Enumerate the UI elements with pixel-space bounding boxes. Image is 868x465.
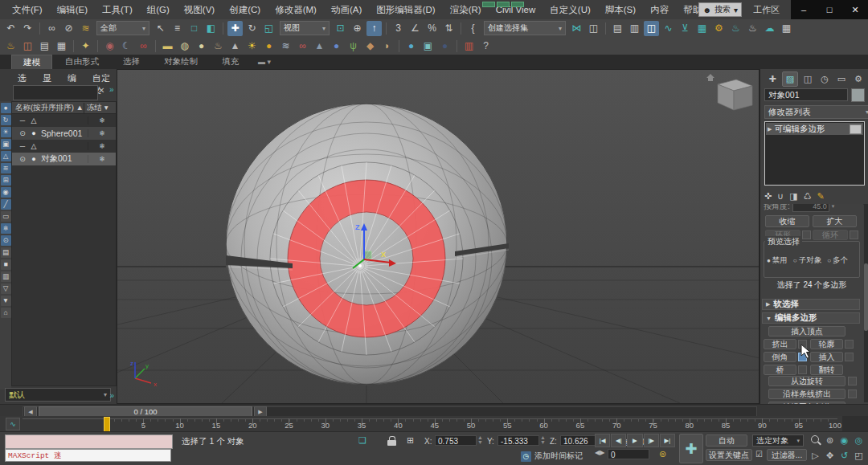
search-box[interactable]: ☻ 搜索 ▾ (698, 2, 742, 17)
go-to-start-button[interactable]: |◀ (595, 434, 610, 447)
set-keys-button[interactable]: ✚ (679, 434, 703, 463)
moon-icon[interactable]: ☾ (119, 39, 134, 54)
menu-item-11[interactable]: 自定义(U) (542, 1, 597, 19)
filter-hidden-icon[interactable]: ⊙ (1, 235, 11, 246)
preview-option-0[interactable]: ●禁用 (767, 255, 788, 266)
menu-item-4[interactable]: 视图(V) (177, 1, 222, 19)
camera-icon[interactable]: ◉ (102, 39, 117, 54)
table-row[interactable]: ⊙●Sphere001❄ (12, 127, 116, 140)
rain-icon[interactable]: ≋ (278, 39, 293, 54)
zoom-all-icon[interactable]: ⊚ (823, 434, 837, 447)
select-and-rotate-icon[interactable]: ↻ (244, 21, 260, 36)
schematic-view-icon[interactable]: ⊻ (678, 21, 693, 36)
table-view-icon[interactable]: ▦ (54, 39, 69, 54)
frozen-icon[interactable]: ❄ (88, 142, 116, 150)
explorer-search-input[interactable] (13, 85, 98, 100)
edit-polygons-rollout-header[interactable]: ▼编辑多边形 (762, 312, 860, 324)
field-of-view-icon[interactable]: ▷ (809, 449, 822, 463)
absolute-offset-mode-icon[interactable]: ⊞ (407, 435, 414, 446)
go-to-end-button[interactable]: ▶| (660, 434, 675, 447)
undo-icon[interactable]: ↶ (3, 21, 18, 36)
select-and-manipulate-icon[interactable]: ⊕ (350, 21, 365, 36)
cone-primitive-icon[interactable]: ▲ (227, 39, 243, 54)
configure-modifier-sets-icon[interactable]: ✎ (817, 191, 825, 202)
minimize-button[interactable]: – (796, 5, 812, 14)
extrude-along-spline-button[interactable]: 沿样条线挤出 (768, 389, 845, 399)
挤出-settings-box[interactable] (798, 340, 807, 349)
menu-item-12[interactable]: 脚本(S) (598, 1, 643, 19)
plane-primitive-icon[interactable]: ▬ (160, 39, 175, 54)
render-teapot-icon[interactable]: ♨ (3, 39, 18, 54)
visibility-off-icon[interactable]: ─ (17, 116, 28, 124)
filter-cameras-icon[interactable]: ▣ (1, 139, 11, 149)
ribbon-tab-4[interactable]: 填充 (211, 55, 250, 70)
object-name-field[interactable]: 对象001 (764, 88, 848, 101)
table-row[interactable]: ─△❄ (12, 114, 116, 127)
teapot-primitive-icon[interactable]: ♨ (211, 39, 226, 54)
ribbon-minimize-icon[interactable]: ▬ ▾ (258, 58, 271, 66)
visibility-off-icon[interactable]: ─ (17, 142, 28, 150)
rock-icon[interactable]: ● (329, 39, 344, 54)
reference-coordinate-system-dropdown[interactable]: 视图▾ (280, 21, 330, 35)
hinge-settings-box[interactable] (848, 377, 857, 385)
column-frozen[interactable]: 冻结 ▾ (84, 103, 116, 113)
make-unique-icon[interactable]: ◨ (789, 191, 797, 202)
sphere-primitive-icon[interactable]: ● (194, 39, 209, 54)
y-coordinate-field[interactable]: -15.333 (497, 435, 539, 446)
redo-icon[interactable]: ↷ (20, 21, 35, 36)
use-pivot-point-center-icon[interactable]: ⊡ (333, 21, 348, 36)
menu-item-8[interactable]: 图形编辑器(D) (369, 1, 442, 19)
rectangular-selection-region-icon[interactable]: □ (186, 21, 202, 36)
maxscript-mini-listener[interactable]: MAXScript 迷 (5, 449, 171, 462)
expand-icon[interactable]: ▶ (768, 126, 772, 133)
capsule-icon[interactable]: ∞ (295, 39, 310, 54)
sort-descending-icon[interactable]: ▼ (1, 296, 11, 306)
frozen-icon[interactable]: ❄ (88, 155, 116, 163)
frame-stepper-icon[interactable]: ◀▶ (595, 449, 604, 456)
edit-poly-倒角-button[interactable]: 倒角 (764, 352, 796, 362)
key-filters-icon[interactable]: ☑ (755, 450, 763, 459)
column-name[interactable]: 名称(按升序排序) ▲ (12, 103, 84, 113)
倒角-settings-box[interactable] (798, 353, 807, 361)
select-and-scale-icon[interactable]: ◱ (261, 21, 276, 36)
menu-item-1[interactable]: 编辑(E) (50, 1, 95, 19)
dome-primitive-icon[interactable]: ◍ (177, 39, 192, 54)
loop-spinner[interactable] (850, 230, 858, 239)
ribbon-tab-1[interactable]: 自由形式 (54, 55, 110, 70)
key-filters-button[interactable]: 过滤器... (767, 449, 807, 461)
folder-icon[interactable]: ⌂ (1, 308, 11, 318)
maxscript-macro-recorder[interactable] (5, 434, 173, 449)
add-time-tag[interactable]: ◷ 添加时间标记 (521, 451, 583, 462)
stack-item-editable-poly[interactable]: ▶ 可编辑多边形 (766, 123, 863, 135)
display-tab[interactable]: ▭ (834, 72, 849, 86)
gold-sphere-icon[interactable]: ● (261, 39, 276, 54)
spinner-snap-icon[interactable]: ⇅ (441, 21, 457, 36)
select-by-name-icon[interactable]: ≡ (170, 21, 185, 36)
menu-item-3[interactable]: 组(G) (140, 1, 177, 19)
visibility-on-icon[interactable]: ⊙ (17, 155, 28, 163)
stack-item-toggle[interactable] (850, 124, 862, 134)
shell-icon[interactable]: ◗ (379, 39, 395, 54)
clear-search-icon[interactable]: ✕ (98, 86, 104, 95)
spline-settings-box[interactable] (848, 390, 857, 398)
snap-toggle-3d-icon[interactable]: 3 (391, 21, 406, 36)
hinge-from-edge-button[interactable]: 从边旋转 (768, 376, 845, 386)
menu-item-0[interactable]: 文件(F) (5, 1, 50, 19)
grow-button[interactable]: 扩大 (813, 215, 857, 227)
filter-rotate-icon[interactable]: ↻ (1, 115, 11, 125)
list-view-icon[interactable]: ▤ (37, 39, 52, 54)
preview-option-1[interactable]: ○子对象 (793, 255, 821, 266)
keyboard-shortcut-override-icon[interactable]: ↑ (366, 21, 382, 36)
help-icon[interactable]: ? (478, 39, 493, 54)
render-setup-icon[interactable]: ⚙ (711, 21, 727, 36)
maximize-button[interactable]: □ (821, 5, 837, 14)
hierarchy-tab[interactable]: ◫ (800, 72, 815, 86)
view-list-icon[interactable]: ▤ (1, 247, 11, 258)
edit-poly-轮廓-button[interactable]: 轮廓 (810, 339, 843, 349)
edit-named-selection-sets-icon[interactable]: { (465, 21, 481, 36)
visibility-on-icon[interactable]: ⊙ (17, 129, 28, 137)
filter-funnel-icon[interactable]: ▽ (1, 283, 11, 294)
key-light-icon[interactable]: ✦ (78, 39, 93, 54)
material-editor-icon[interactable]: ▦ (694, 21, 710, 36)
perspective-viewport[interactable]: Z X x y z (117, 69, 760, 404)
